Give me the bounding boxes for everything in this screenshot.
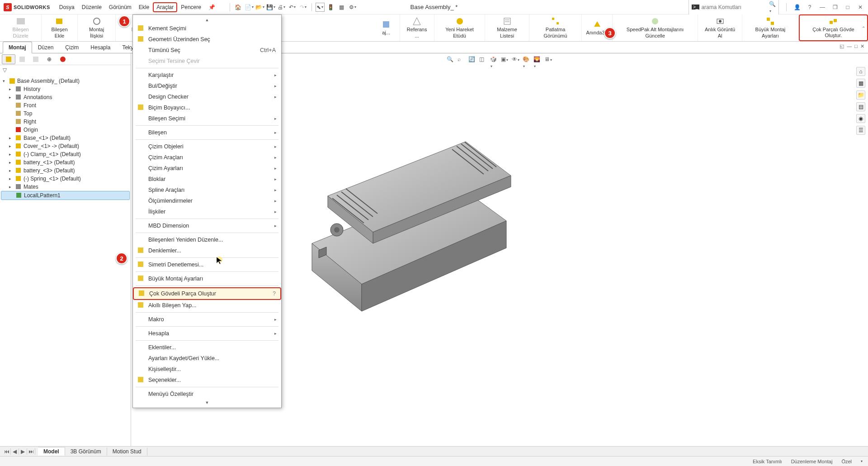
sidebar-tab-dimxpert[interactable]: ⊕ [42,54,56,64]
tree-filter[interactable]: ▽ [0,65,131,75]
menu-gorunum[interactable]: Görünüm [105,2,135,12]
print-icon[interactable]: 🖨▾ [277,3,286,12]
redo-icon[interactable]: ↷▾ [299,3,308,12]
menu-item[interactable]: Seçenekler... [133,375,281,385]
tab-cizim[interactable]: Çizim [59,42,85,53]
tree-item[interactable]: ▸Annotations [1,93,130,101]
view-orientation-icon[interactable]: 🎲▾ [490,56,498,64]
menu-item[interactable]: Bileşenleri Yeniden Düzenle... [133,234,281,245]
menu-pencere[interactable]: Pencere [177,2,205,12]
menu-item[interactable]: Bileşen▸ [133,127,281,138]
taskpane-custom-props-icon[interactable]: ☰ [856,126,865,135]
ribbon-expand-icon[interactable]: ⌃ [862,25,865,30]
menu-item[interactable]: Denklemler... [133,245,281,256]
viewport-close-icon[interactable]: ✕ [860,43,864,49]
btab-model[interactable]: Model [38,447,65,456]
menu-item[interactable]: Çizim Objeleri▸ [133,141,281,152]
menu-help-icon[interactable]: ? [273,290,276,297]
tree-item[interactable]: ▸(-) Clamp_<1> (Default) [1,150,130,158]
zoom-fit-icon[interactable]: 🔍 [447,56,455,64]
menu-item[interactable]: İlişkiler▸ [133,206,281,217]
menu-duzenle[interactable]: Düzenle [78,2,105,12]
tree-item[interactable]: ▸Cover_<1> -> (Default) [1,142,130,150]
tree-item[interactable]: Right [1,118,130,126]
taskpane-home-icon[interactable]: ⌂ [856,67,865,76]
search-input[interactable] [701,4,769,10]
menu-item[interactable]: Design Checker▸ [133,91,281,102]
traffic-light-icon[interactable]: 🚦 [326,3,335,12]
ribbon-malzeme-listesi[interactable]: Malzeme Listesi [485,14,529,41]
ribbon-speedpak[interactable]: SpeedPak Alt Montajlarını Güncelle [613,14,698,41]
menu-pin[interactable]: 📌 [205,2,219,12]
sidebar-tab-config[interactable] [29,54,42,64]
status-dropdown-icon[interactable]: ▾ [861,459,863,463]
menu-item[interactable]: Simetri Denetlemesi... [133,259,281,270]
tree-item[interactable]: ▸Mates [1,183,130,191]
tree-item[interactable]: ▸Base_<1> (Default) [1,134,130,142]
restore-icon[interactable]: ❐ [831,3,839,11]
menu-item[interactable]: Ayarları Kaydet/Geri Yükle... [133,353,281,364]
menu-scroll-down-icon[interactable]: ▼ [133,399,281,406]
ribbon-anlik-goruntu[interactable]: Anlık Görüntü Al [698,14,742,41]
sidebar-tab-display[interactable] [56,54,70,64]
menu-item[interactable]: Bloklar▸ [133,174,281,185]
ribbon-aj[interactable]: aj... [373,14,400,41]
tab-nav-last[interactable]: ⏭ [27,448,35,455]
menu-item[interactable]: Büyük Montaj Ayarları [133,273,281,284]
menu-item[interactable]: Kişiselleştir... [133,364,281,375]
tab-nav-first[interactable]: ⏮ [3,448,11,455]
menu-item[interactable]: Çizim Ayarları▸ [133,163,281,174]
menu-item[interactable]: Spline Araçları▸ [133,185,281,195]
tab-nav-next[interactable]: ▶ [19,448,27,455]
menu-item[interactable]: Geometri Üzerinden Seç [133,34,281,45]
menu-item[interactable]: Bul/Değiştir▸ [133,81,281,91]
ribbon-cok-parcali-govde[interactable]: Çok Parçalı Gövde Oluştur. [799,14,868,41]
menu-araclar[interactable]: Araçlar [153,2,177,12]
menu-item[interactable]: Akıllı Bileşen Yap... [133,300,281,311]
maximize-icon[interactable]: □ [844,3,852,11]
search-icon[interactable]: 🔍▾ [769,1,776,14]
home-icon[interactable]: 🏠 [234,3,243,12]
btab-3b-gorunum[interactable]: 3B Görünüm [65,447,107,456]
tree-item[interactable]: Top [1,109,130,118]
tree-item[interactable]: Front [1,101,130,109]
edit-appearance-icon[interactable]: 🎨▾ [523,56,531,64]
taskpane-resources-icon[interactable]: ▦ [856,79,865,88]
viewport-expand-icon[interactable]: ◱ [840,43,844,49]
taskpane-view-palette-icon[interactable]: ▤ [856,102,865,111]
taskpane-appearances-icon[interactable]: ◉ [856,114,865,123]
sidebar-tab-property[interactable] [15,54,29,64]
tab-hesapla[interactable]: Hesapla [85,42,116,53]
section-view-icon[interactable]: ◫ [479,56,487,64]
tab-duzen[interactable]: Düzen [32,42,60,53]
ribbon-buyuk-montaj[interactable]: Büyük Montaj Ayarları [742,14,799,41]
menu-item[interactable]: Biçim Boyayıcı... [133,102,281,113]
tree-item[interactable]: LocalLPattern1 [1,191,130,200]
menu-item[interactable]: Tümünü SeçCtrl+A [133,45,281,56]
ribbon-hareket-etudu[interactable]: Yeni Hareket Etüdü [434,14,486,41]
menu-item[interactable]: Hesapla▸ [133,328,281,339]
menu-item[interactable]: Makro▸ [133,314,281,325]
tree-item[interactable]: ▸battery_<1> (Default) [1,158,130,166]
menu-item[interactable]: Bileşen Seçimi▸ [133,113,281,124]
viewport-minimize-icon[interactable]: — [847,43,852,49]
save-icon[interactable]: 💾▾ [266,3,275,12]
ribbon-referans[interactable]: Referans ... [400,14,434,41]
ribbon-montaj-iliskisi[interactable]: Montaj İlişkisi [78,14,116,41]
menu-item[interactable]: Eklentiler... [133,342,281,353]
tree-item[interactable]: ▸History [1,85,130,93]
menu-ekle[interactable]: Ekle [135,2,153,12]
menu-scroll-up-icon[interactable]: ▲ [133,17,281,23]
menu-item[interactable]: MBD Dimension▸ [133,220,281,231]
new-doc-icon[interactable]: 📄▾ [245,3,254,12]
open-icon[interactable]: 📂▾ [255,3,264,12]
tab-nav-prev[interactable]: ◀ [11,448,19,455]
tree-item[interactable]: ▸(-) Spring_<1> (Default) [1,175,130,183]
menu-item[interactable]: Kement Seçimi [133,23,281,34]
menu-item[interactable]: Ölçümlendirmeler▸ [133,195,281,206]
select-icon[interactable]: ⬉▾ [316,3,325,12]
taskpane-library-icon[interactable]: 📁 [856,90,865,100]
close-icon[interactable]: ✕ [856,3,864,11]
rebuild-icon[interactable]: ▦ [337,3,346,12]
menu-item[interactable]: Çok Gövdeli Parça Oluştur? [133,287,281,300]
